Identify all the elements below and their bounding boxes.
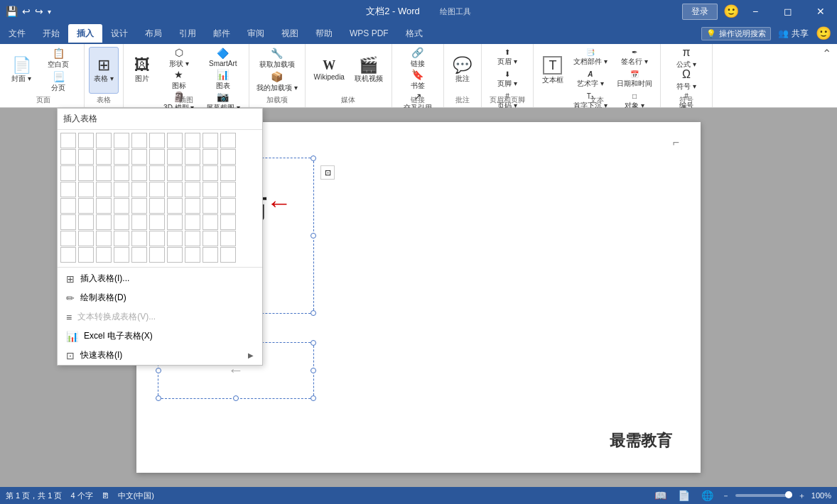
tab-mailings[interactable]: 邮件 bbox=[205, 24, 239, 43]
handle2-mid-left[interactable] bbox=[156, 368, 161, 373]
table-grid-cell[interactable] bbox=[96, 198, 112, 214]
table-grid-cell[interactable] bbox=[114, 182, 129, 197]
table-grid-cell[interactable] bbox=[60, 133, 76, 148]
table-grid-cell[interactable] bbox=[96, 182, 112, 197]
search-box[interactable]: 💡 操作说明搜索 bbox=[701, 27, 771, 40]
handle2-bottom-right[interactable] bbox=[310, 395, 316, 401]
table-grid-cell[interactable] bbox=[60, 198, 76, 214]
get-addins-button[interactable]: 🔧 获取加载项 bbox=[254, 48, 301, 69]
table-grid-cell[interactable] bbox=[149, 198, 165, 214]
handle-mid-right[interactable] bbox=[310, 233, 316, 239]
table-grid-cell[interactable] bbox=[60, 149, 76, 165]
table-grid-cell[interactable] bbox=[220, 247, 236, 263]
zoom-slider[interactable] bbox=[735, 494, 792, 497]
tab-format[interactable]: 格式 bbox=[397, 24, 431, 43]
table-grid-cell[interactable] bbox=[149, 182, 165, 197]
smartart-button[interactable]: 🔷 SmartArt bbox=[202, 47, 244, 68]
login-button[interactable]: 登录 bbox=[682, 4, 718, 20]
tab-insert[interactable]: 插入 bbox=[68, 24, 102, 43]
table-grid-cell[interactable] bbox=[167, 133, 183, 148]
table-grid-cell[interactable] bbox=[131, 149, 147, 165]
tab-file[interactable]: 文件 bbox=[0, 24, 34, 43]
customize-icon[interactable]: ▾ bbox=[48, 8, 51, 16]
table-grid-cell[interactable] bbox=[185, 231, 200, 246]
handle-bottom-right[interactable] bbox=[310, 310, 316, 316]
my-addins-button[interactable]: 📦 我的加载项 ▾ bbox=[254, 72, 301, 93]
table-grid-cell[interactable] bbox=[114, 133, 129, 148]
wikipedia-button[interactable]: W Wikipedia bbox=[310, 47, 349, 94]
header-button[interactable]: ⬆ 页眉 ▾ bbox=[486, 47, 529, 68]
comment-button[interactable]: 💬 批注 bbox=[448, 47, 477, 94]
handle-top-right[interactable] bbox=[310, 155, 316, 161]
table-grid-cell[interactable] bbox=[131, 165, 147, 181]
link-button[interactable]: 🔗 链接 bbox=[396, 47, 439, 68]
table-grid-cell[interactable] bbox=[114, 247, 129, 263]
table-grid-cell[interactable] bbox=[78, 247, 94, 263]
table-grid-cell[interactable] bbox=[78, 198, 94, 214]
textbox-button[interactable]: T 文本框 bbox=[538, 47, 568, 94]
table-grid-cell[interactable] bbox=[202, 149, 218, 165]
table-cell-grid[interactable] bbox=[58, 130, 262, 265]
restore-button[interactable]: ◻ bbox=[772, 0, 804, 23]
online-video-button[interactable]: 🎬 联机视频 bbox=[350, 47, 387, 94]
signature-button[interactable]: ✒ 签名行 ▾ bbox=[613, 47, 656, 68]
table-grid-cell[interactable] bbox=[60, 214, 76, 230]
table-grid-cell[interactable] bbox=[78, 182, 94, 197]
table-grid-cell[interactable] bbox=[185, 247, 200, 263]
zoom-plus-icon[interactable]: ＋ bbox=[798, 491, 806, 501]
table-grid-cell[interactable] bbox=[96, 247, 112, 263]
insert-table-menu-item[interactable]: ⊞ 插入表格(I)... bbox=[58, 269, 262, 288]
tab-review[interactable]: 审阅 bbox=[239, 24, 273, 43]
table-grid-cell[interactable] bbox=[131, 247, 147, 263]
table-grid-cell[interactable] bbox=[78, 133, 94, 148]
formula-button[interactable]: π 公式 ▾ bbox=[665, 47, 708, 68]
table-grid-cell[interactable] bbox=[96, 165, 112, 181]
table-grid-cell[interactable] bbox=[78, 165, 94, 181]
table-grid-cell[interactable] bbox=[185, 133, 200, 148]
table-grid-cell[interactable] bbox=[131, 198, 147, 214]
handle2-bottom-left[interactable] bbox=[156, 395, 161, 401]
save-icon[interactable]: 💾 bbox=[6, 6, 18, 17]
handle2-mid-right[interactable] bbox=[310, 368, 316, 373]
footer-button[interactable]: ⬇ 页脚 ▾ bbox=[486, 69, 529, 90]
table-grid-cell[interactable] bbox=[60, 165, 76, 181]
table-grid-cell[interactable] bbox=[185, 182, 200, 197]
symbol-button[interactable]: Ω 符号 ▾ bbox=[665, 69, 708, 90]
table-grid-cell[interactable] bbox=[96, 214, 112, 230]
table-grid-cell[interactable] bbox=[60, 247, 76, 263]
table-grid-cell[interactable] bbox=[96, 231, 112, 246]
table-grid-cell[interactable] bbox=[220, 198, 236, 214]
table-grid-cell[interactable] bbox=[220, 231, 236, 246]
zoom-minus-icon[interactable]: － bbox=[722, 491, 730, 501]
page-view-button[interactable]: 📄 bbox=[675, 490, 693, 501]
tab-design[interactable]: 设计 bbox=[102, 24, 136, 43]
handle2-top-right[interactable] bbox=[310, 340, 316, 346]
table-grid-cell[interactable] bbox=[220, 182, 236, 197]
table-grid-cell[interactable] bbox=[149, 149, 165, 165]
table-grid-cell[interactable] bbox=[78, 214, 94, 230]
table-grid-cell[interactable] bbox=[149, 214, 165, 230]
tab-view[interactable]: 视图 bbox=[273, 24, 307, 43]
table-grid-cell[interactable] bbox=[167, 214, 183, 230]
table-grid-cell[interactable] bbox=[60, 182, 76, 197]
table-grid-cell[interactable] bbox=[202, 133, 218, 148]
icon-button[interactable]: ★ 图标 bbox=[158, 69, 200, 90]
table-grid-cell[interactable] bbox=[131, 214, 147, 230]
table-grid-cell[interactable] bbox=[167, 182, 183, 197]
shape-button[interactable]: ⬡ 形状 ▾ bbox=[158, 47, 200, 68]
draw-table-menu-item[interactable]: ✏ 绘制表格(D) bbox=[58, 288, 262, 307]
table-grid-cell[interactable] bbox=[167, 165, 183, 181]
table-grid-cell[interactable] bbox=[114, 214, 129, 230]
table-grid-cell[interactable] bbox=[167, 247, 183, 263]
table-grid-cell[interactable] bbox=[202, 182, 218, 197]
bookmark-button[interactable]: 🔖 书签 bbox=[396, 69, 439, 90]
picture-button[interactable]: 🖼 图片 bbox=[128, 47, 156, 94]
chart-button[interactable]: 📊 图表 bbox=[202, 69, 244, 90]
table-grid-cell[interactable] bbox=[167, 231, 183, 246]
excel-table-menu-item[interactable]: 📊 Excel 电子表格(X) bbox=[58, 327, 262, 346]
table-grid-cell[interactable] bbox=[220, 165, 236, 181]
table-grid-cell[interactable] bbox=[131, 133, 147, 148]
table-grid-cell[interactable] bbox=[96, 133, 112, 148]
table-grid-cell[interactable] bbox=[220, 133, 236, 148]
table-grid-cell[interactable] bbox=[202, 165, 218, 181]
